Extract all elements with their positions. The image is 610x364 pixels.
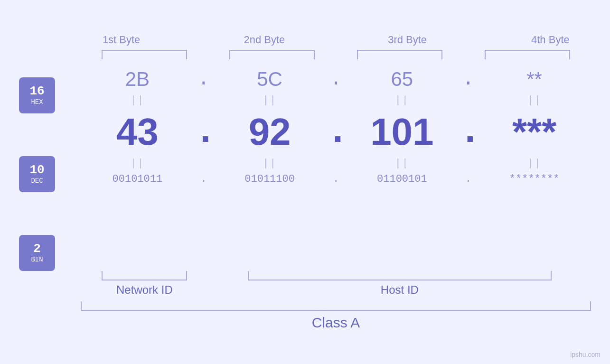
bracket-top-4 [485,50,570,59]
hex-row: 2B . 5C . 65 . ** [81,64,591,94]
bin-dot-2: . [327,173,346,185]
dec-badge: 10 DEC [19,156,55,192]
hex-dot-3: . [459,68,478,91]
values-grid: 2B . 5C . 65 . ** || || || || 43 [81,64,591,271]
bracket-cell-3 [336,50,464,59]
bracket-cell-4 [463,50,591,59]
eq-7: || [346,158,459,169]
bin-row: 00101011 . 01011100 . 01100101 . *******… [81,169,591,189]
main-container: 1st Byte 2nd Byte 3rd Byte 4th Byte 16 H… [0,0,610,364]
dec-badge-num: 10 [29,163,44,177]
bracket-cell-1 [81,50,208,59]
hex-badge-num: 16 [29,84,44,98]
class-a-label: Class A [81,315,591,331]
host-bracket-cell [208,271,591,280]
bin-badge-num: 2 [33,242,41,256]
dec-b3: 101 [346,110,459,154]
watermark: ipshu.com [570,351,601,358]
eq-1: || [81,94,194,106]
hex-b2: 5C [213,68,327,91]
bin-b4: ******** [478,173,591,185]
bin-badge: 2 BIN [19,235,55,271]
bottom-brackets-row [81,271,591,280]
eq-2: || [213,94,327,106]
dec-b4: *** [478,110,591,154]
class-bracket [81,301,591,311]
hex-badge: 16 HEX [19,77,55,113]
class-area: Class A [81,301,591,331]
content-area: 16 HEX 10 DEC 2 BIN 2B . 5C . 65 . ** [19,64,591,271]
hex-b1: 2B [81,68,194,91]
dec-badge-base: DEC [31,177,43,185]
byte-header-4: 4th Byte [479,34,610,50]
bin-b3: 01100101 [346,173,459,185]
eq-row-1: || || || || [81,94,591,106]
eq-5: || [81,158,194,169]
id-labels-row: Network ID Host ID [81,283,591,297]
network-id-label: Network ID [81,283,208,297]
bin-badge-base: BIN [31,256,43,263]
bin-b1: 00101011 [81,173,194,185]
dec-row: 43 . 92 . 101 . *** [81,106,591,158]
bracket-top-2 [229,50,315,59]
eq-3: || [346,94,459,106]
eq-6: || [213,158,327,169]
hex-dot-2: . [327,68,346,91]
hex-b3: 65 [346,68,459,91]
bracket-top-3 [357,50,442,59]
dec-dot-3: . [459,110,478,153]
host-bracket [248,271,552,280]
hex-badge-base: HEX [31,98,43,106]
hex-dot-1: . [194,68,213,91]
byte-header-2: 2nd Byte [193,34,336,50]
net-bracket [102,271,187,280]
bracket-cell-2 [208,50,336,59]
bottom-bracket-area: Network ID Host ID [81,271,591,297]
eq-8: || [478,158,591,169]
hex-b4: ** [478,68,591,91]
bin-b2: 01011100 [213,173,327,185]
byte-headers-row: 1st Byte 2nd Byte 3rd Byte 4th Byte [50,34,610,50]
byte-header-3: 3rd Byte [336,34,479,50]
bin-dot-1: . [194,173,213,185]
eq-4: || [478,94,591,106]
byte-header-1: 1st Byte [50,34,193,50]
top-brackets [81,50,591,59]
eq-row-2: || || || || [81,158,591,169]
dec-b2: 92 [213,110,327,154]
net-bracket-cell [81,271,208,280]
dec-b1: 43 [81,110,194,154]
bracket-top-1 [102,50,187,59]
bin-dot-3: . [459,173,478,185]
row-labels: 16 HEX 10 DEC 2 BIN [19,64,81,271]
host-id-label: Host ID [208,283,591,297]
dec-dot-1: . [194,110,213,153]
dec-dot-2: . [327,110,346,153]
